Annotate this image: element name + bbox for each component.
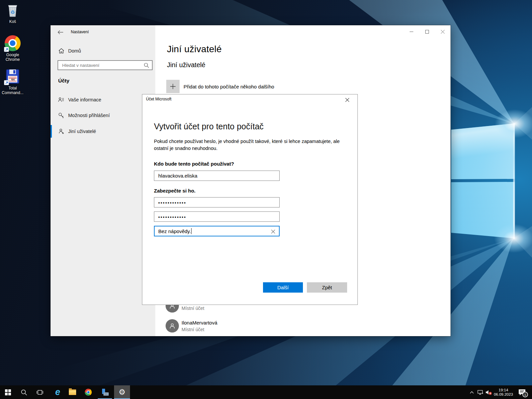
person-plus-icon	[58, 128, 64, 134]
user-avatar	[166, 319, 179, 332]
clear-text-icon[interactable]	[269, 227, 277, 235]
sidebar	[51, 25, 155, 336]
dialog-description: Pokud chcete používat heslo, je vhodné p…	[154, 138, 347, 152]
total-commander-button[interactable]	[97, 385, 113, 399]
sidebar-item-other-users[interactable]: Jiní uživatelé	[51, 125, 155, 138]
desktop-icon-total-commander[interactable]: 64 Total Command...	[0, 68, 25, 95]
add-user-label: Přidat do tohoto počítače někoho dalšího	[184, 84, 274, 89]
key-icon	[58, 112, 64, 118]
desktop-icon-google-chrome[interactable]: Google Chrome	[0, 35, 25, 62]
sidebar-item-label: Vaše informace	[68, 97, 101, 102]
password-input[interactable]	[154, 198, 279, 207]
shortcut-arrow-icon	[4, 80, 9, 85]
dialog-title: Účet Microsoft	[146, 97, 172, 101]
taskbar: e ⚙ 19:14 06.09.2023	[0, 385, 532, 399]
password-hint-input[interactable]: Bez nápovědy.	[154, 226, 280, 236]
plus-icon	[166, 80, 180, 93]
add-user-button[interactable]: Přidat do tohoto počítače někoho dalšího	[166, 80, 274, 93]
password-confirm-input[interactable]	[154, 212, 279, 221]
text-caret	[191, 228, 192, 234]
desktop: ♻ Koš Google Chrome 64	[0, 0, 532, 399]
settings-button[interactable]: ⚙	[114, 385, 130, 399]
page-title: Jiní uživatelé	[167, 44, 222, 55]
network-tray-icon[interactable]	[476, 385, 484, 399]
sidebar-item-label: Domů	[68, 48, 81, 54]
chevron-up-icon	[470, 391, 474, 394]
shortcut-arrow-icon	[4, 47, 9, 52]
password-label: Zabezpečte si ho.	[154, 188, 196, 194]
user-name[interactable]: IlonaMervartová	[182, 320, 217, 326]
settings-search	[58, 60, 153, 70]
chrome-icon	[5, 35, 21, 51]
file-explorer-button[interactable]	[65, 385, 80, 399]
section-heading: Jiní uživatelé	[167, 61, 205, 69]
username-field-border	[154, 171, 280, 181]
search-input[interactable]	[58, 61, 152, 69]
sidebar-item-sign-in-options[interactable]: Možnosti přihlášení	[51, 109, 155, 122]
sidebar-item-your-info[interactable]: Vaše informace	[51, 93, 155, 106]
maximize-button[interactable]	[419, 25, 435, 38]
desktop-icon-label: Total Command...	[0, 86, 25, 95]
windows-logo-icon	[5, 389, 11, 395]
notification-icon: 1	[518, 389, 526, 396]
microsoft-account-dialog: Účet Microsoft Vytvořit účet pro tento p…	[142, 94, 358, 305]
start-button[interactable]	[0, 385, 16, 399]
selected-item-accent	[51, 125, 52, 138]
task-view-button[interactable]	[32, 385, 48, 399]
search-icon	[21, 389, 27, 396]
search-icon[interactable]	[144, 63, 149, 69]
svg-text:64: 64	[11, 78, 15, 81]
action-center-button[interactable]: 1	[515, 385, 529, 399]
clock-date: 06.09.2023	[494, 392, 513, 397]
dialog-heading: Vytvořit účet pro tento počítač	[154, 122, 264, 131]
dialog-close-icon[interactable]	[342, 95, 352, 104]
gear-icon: ⚙	[119, 388, 126, 396]
recycle-bin-icon: ♻	[5, 2, 21, 18]
sidebar-item-label: Možnosti přihlášení	[68, 113, 110, 118]
password-field-border	[154, 197, 280, 207]
minimize-button[interactable]	[404, 25, 419, 38]
password-confirm-field-border	[154, 211, 280, 222]
total-commander-icon: 64	[5, 68, 21, 84]
home-icon	[58, 48, 64, 54]
sidebar-section-title: Účty	[58, 78, 69, 84]
account-type: Místní účet	[182, 327, 204, 332]
internet-explorer-button[interactable]: e	[50, 385, 66, 399]
taskbar-clock[interactable]: 19:14 06.09.2023	[493, 385, 514, 399]
person-info-icon	[58, 97, 64, 103]
window-title: Nastavení	[71, 30, 89, 34]
file-explorer-icon	[69, 389, 76, 395]
back-button-dialog[interactable]: Zpět	[307, 282, 347, 293]
chrome-button[interactable]	[80, 385, 96, 399]
volume-muted-tray-icon[interactable]	[484, 385, 493, 399]
task-view-icon	[37, 390, 43, 395]
sidebar-item-home[interactable]: Domů	[51, 45, 155, 57]
tray-expand-button[interactable]	[467, 385, 476, 399]
username-label: Kdo bude tento počítač používat?	[154, 161, 234, 167]
taskbar-search-button[interactable]	[16, 385, 32, 399]
desktop-icon-recycle-bin[interactable]: ♻ Koš	[0, 2, 25, 24]
username-input[interactable]	[154, 171, 279, 181]
next-button[interactable]: Další	[263, 282, 303, 293]
total-commander-icon	[101, 389, 109, 396]
chrome-icon	[85, 389, 92, 396]
notification-badge: 1	[522, 392, 528, 397]
account-type: Místní účet	[182, 306, 204, 311]
internet-explorer-icon: e	[55, 388, 60, 397]
password-hint-value: Bez nápovědy.	[158, 228, 191, 234]
clock-time: 19:14	[499, 388, 508, 392]
desktop-icon-label: Google Chrome	[0, 53, 25, 62]
back-button[interactable]	[56, 28, 65, 37]
desktop-icon-label: Koš	[0, 19, 25, 24]
close-button[interactable]	[435, 25, 451, 38]
sidebar-item-label: Jiní uživatelé	[68, 129, 96, 134]
svg-text:♻: ♻	[10, 9, 15, 15]
